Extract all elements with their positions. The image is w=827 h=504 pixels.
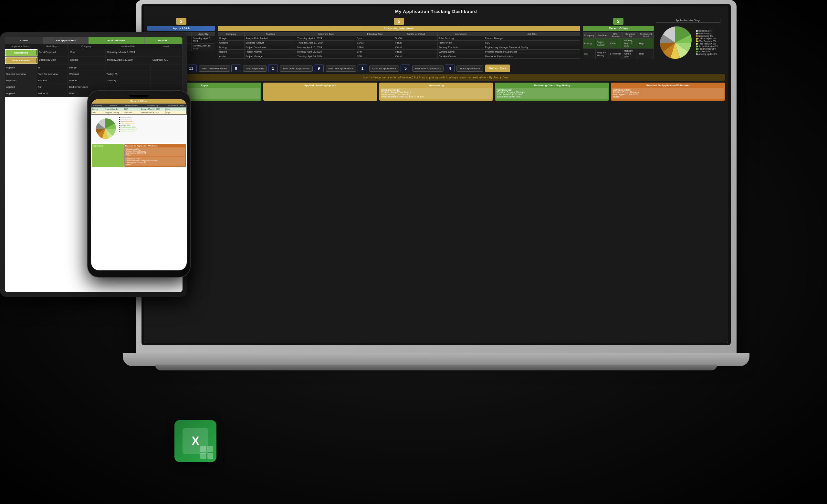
dashboard: My Application Tracking Dashboard 2 Appl…	[144, 6, 728, 343]
card-position: Position: Analyst/Data Analyst	[382, 91, 491, 93]
legend-item: Offer Accepted 0%	[696, 38, 718, 40]
legend-item: Negotiating 8%	[696, 35, 718, 37]
company-cell: IBM	[583, 49, 596, 59]
card-position: Position: Project Manager	[613, 91, 723, 93]
phone-body: Recent Offers Company Position Offer Amo…	[87, 90, 191, 278]
stat-intact: Intact Applications	[456, 64, 483, 72]
col-interviewer: Interviewer	[438, 32, 484, 36]
pipeline-interviewing: Interviewing Company: Google Position: A…	[379, 82, 493, 101]
company-cell: IBM	[69, 49, 106, 56]
date-cell: Thursday, April 11, 2024	[296, 41, 356, 45]
legend-label: Need to Apply	[698, 32, 711, 35]
stat-open-value: 9	[314, 64, 324, 72]
table-row: Applied wait Eddie Rizvi.com	[5, 84, 183, 90]
col-excitement: Excitement Level	[638, 32, 654, 39]
legend-dot	[696, 33, 698, 35]
col-position: Position	[595, 32, 609, 39]
company-cell: Rogers	[218, 50, 245, 54]
nextsteps-cell: F*** EM	[37, 77, 68, 83]
tablet-header-interview2: Second...	[144, 37, 183, 44]
col-amount: Offer Amount	[123, 104, 140, 107]
col-position: Position	[104, 104, 123, 107]
job-title-cell: Product Manager	[484, 36, 580, 41]
phone-col-rejected: Rejected Or Application Withdrawn Compan…	[125, 144, 186, 167]
excel-grid-icon	[200, 446, 213, 459]
legend-item: Awaiting Update 0%	[696, 53, 718, 55]
stat-interviews-label: Total Interviews Given	[199, 65, 230, 72]
interviews-table: Company Position Interview Date Intervie…	[218, 32, 580, 59]
phone-offers-table: Company Position Offer Amount Respond By…	[91, 104, 187, 115]
legend-item: Offer Received 8%	[696, 40, 718, 42]
interviews-title: Upcoming Interviews	[218, 26, 580, 31]
legend-dot	[696, 51, 698, 53]
excel-logo: X	[175, 420, 216, 462]
sub-header-nextsteps: Next Steps	[36, 44, 67, 49]
interviews-section: 5 Upcoming Interviews Company Position I…	[218, 18, 580, 59]
col-company: Company	[91, 104, 104, 107]
excel-icon: X	[175, 420, 216, 462]
pie-chart-container: Rejected 15% Need to Apply	[656, 23, 720, 62]
card-offer: Offer Amount: $77k/Year	[497, 93, 607, 96]
offers-badge: 2	[613, 18, 624, 25]
phone-rejected-card-2: Company: Firefox Position: Business Anal…	[125, 157, 185, 166]
stat-contract-label: Contract Applications	[369, 65, 399, 72]
excel-letter: X	[192, 434, 199, 448]
table-row: Boeing Project Coordinator Monday, April…	[218, 45, 580, 50]
amount-cell: $95A	[609, 39, 623, 49]
laptop-body: My Application Tracking Dashboard 2 Appl…	[136, 0, 736, 355]
phone-notch	[129, 95, 149, 98]
amount-cell: $77k/Year	[609, 49, 623, 59]
excitement-cell: High	[638, 39, 654, 49]
interviews-badge: 5	[394, 18, 404, 25]
date-cell: Thursday, April 4, 2024	[296, 36, 356, 41]
sub-header-status: Application Status	[5, 44, 36, 49]
legend-label: Negotiating 8%	[698, 35, 713, 37]
recent-offers-section: 2 Recent Offers Company Position Offer A…	[583, 18, 654, 62]
pie-chart-section: Applications by Stage	[656, 18, 720, 62]
time-cell: 1pm	[356, 36, 394, 41]
position-cell: Project Coordin	[595, 39, 609, 49]
pipeline-card: Company: Adobe Position: Project Manager…	[612, 88, 724, 99]
date-cell	[105, 64, 151, 71]
job-title-cell: Director of Production Arts	[484, 54, 580, 59]
interview-cell	[151, 64, 183, 71]
company-cell: Eddie Rizvi.com	[68, 84, 105, 90]
card-date: Interview Date & Time: 2024-04-04 at 3pm	[382, 96, 491, 98]
svg-rect-0	[200, 446, 206, 452]
card-interviewer: Interviewer(s): John Redding	[382, 93, 491, 96]
time-cell: 2PM	[356, 54, 394, 59]
card-excitement: Excitement Level: High	[497, 96, 607, 98]
pipeline-reviewing-title: Reviewing Offer / Negotiating	[496, 84, 607, 87]
respond-cell: Monday, April 8, 2024	[623, 49, 638, 59]
stats-row: Total Application Submitted 11 Total Int…	[144, 63, 728, 73]
interview-cell	[151, 84, 183, 90]
card-notes: Notes:	[126, 164, 185, 166]
interview-cell	[151, 71, 183, 77]
legend-dot	[696, 35, 698, 37]
mode-cell: Virtual	[394, 50, 437, 54]
pipeline-card: Company: Google Position: Analyst/Data A…	[381, 88, 492, 99]
svg-rect-2	[200, 453, 206, 459]
phone-content: Recent Offers Company Position Offer Amo…	[91, 99, 187, 270]
position-cell: Business Analyst	[245, 41, 296, 45]
date-cell: Saturday, March 2, 2024	[106, 49, 151, 56]
nextsteps-cell: In	[37, 64, 68, 71]
stat-interviews-value: 8	[231, 64, 241, 72]
position-cell: Project Manager	[245, 54, 296, 59]
table-row: Applied In Integer	[5, 64, 183, 71]
sub-header-date: Interview Date	[105, 44, 151, 49]
stat-interviews: Total Interviews Given 8	[199, 64, 241, 72]
phone-pie-svg	[92, 116, 118, 142]
tablet-header-job: Job Applications	[43, 37, 88, 44]
time-cell: 10AM	[356, 45, 394, 50]
interviewer-cell: Candice Owens	[438, 54, 484, 59]
refresh-button[interactable]: Refresh Data	[485, 64, 510, 72]
phone-pie-section: ■ Rejected 15% ■ Need to Apply ■ Negotia…	[91, 115, 187, 143]
pipeline-awaiting: Applied / Awaiting Update	[263, 82, 377, 101]
respond-cell: Monday, April 8, 2024	[140, 111, 165, 115]
tablet-sub-header: Application Status Next Steps Company In…	[5, 44, 183, 49]
interviewer-cell: Winters, David	[438, 50, 484, 54]
pipeline-reviewing: Reviewing Offer / Negotiating Company: I…	[495, 82, 609, 101]
tablet-header-row: Admin Job Applications First Interview S…	[5, 37, 183, 44]
interviewer-cell: Zackary Prochetta	[438, 45, 484, 50]
